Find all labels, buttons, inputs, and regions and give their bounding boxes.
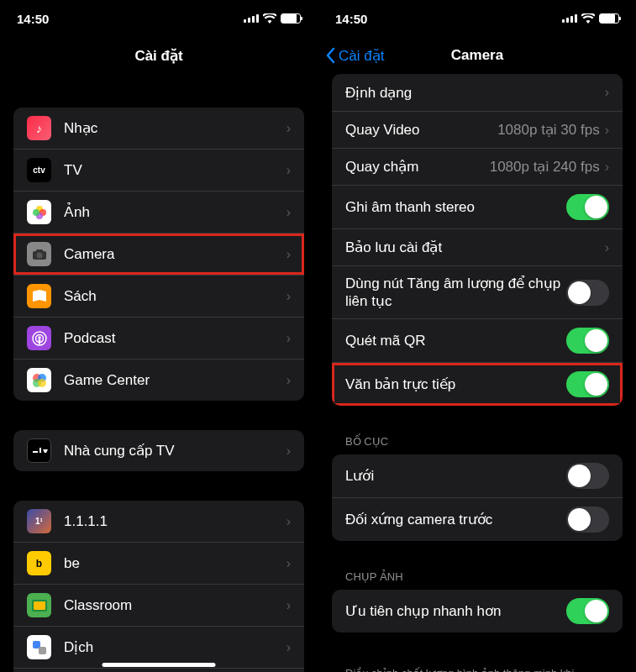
phone-right: 14:50 Cài đặt Camera Định dạng›Quay Vide… [318, 0, 636, 672]
row-label: Classroom [64, 597, 286, 614]
row-label: Nhạc [64, 119, 286, 137]
svg-point-5 [36, 252, 42, 258]
row-label: Ưu tiên chụp nhanh hơn [345, 602, 566, 620]
svg-point-13 [38, 379, 46, 387]
row-label: Định dạng [345, 84, 605, 102]
row-label: Nhà cung cấp TV [64, 442, 286, 459]
row-label: Camera [64, 246, 286, 263]
tv-provider-icon [27, 438, 51, 463]
settings-row-tv[interactable]: ctvTV› [13, 149, 304, 191]
row-label: Dịch [64, 638, 286, 656]
row-label: Quét mã QR [345, 333, 566, 349]
row-label: Game Center [64, 372, 286, 389]
settings-row-music[interactable]: ♪Nhạc› [13, 108, 304, 149]
be-icon: b [27, 551, 51, 575]
settings-row[interactable]: Ưu tiên chụp nhanh hơn [332, 590, 623, 633]
chevron-right-icon: › [286, 163, 291, 178]
toggle-switch[interactable] [566, 598, 609, 624]
settings-section: Nhà cung cấp TV› [13, 430, 304, 471]
nav-header: Cài đặt Camera [318, 37, 636, 74]
wifi-icon [263, 13, 276, 24]
toggle-switch[interactable] [566, 507, 609, 533]
status-bar: 14:50 [0, 0, 318, 37]
settings-row[interactable]: Quét mã QR [332, 318, 623, 362]
settings-row-1111[interactable]: 1¹1.1.1.1› [13, 501, 304, 542]
home-indicator[interactable] [102, 663, 216, 667]
row-detail: 1080p tại 30 fps [497, 121, 600, 139]
svg-rect-6 [36, 249, 43, 252]
toggle-switch[interactable] [566, 280, 609, 306]
settings-row-gamecenter[interactable]: Game Center› [13, 359, 304, 401]
row-label: Podcast [64, 330, 286, 347]
classroom-icon [27, 593, 51, 617]
chevron-right-icon: › [286, 121, 291, 136]
chevron-right-icon: › [605, 160, 609, 175]
chevron-right-icon: › [605, 85, 609, 100]
page-title: Camera [451, 47, 503, 64]
status-bar: 14:50 [318, 0, 636, 37]
row-label: Ghi âm thanh stereo [345, 199, 566, 216]
settings-row-drive[interactable]: Drive› [13, 668, 304, 672]
settings-row-translate[interactable]: Dịch› [13, 626, 304, 668]
row-label: Bảo lưu cài đặt [345, 239, 605, 256]
section-header: CHỤP ẢNH [332, 570, 623, 590]
nav-header: Cài đặt [0, 37, 318, 74]
row-label: Đối xứng camera trước [345, 511, 566, 528]
page-title: Cài đặt [134, 47, 182, 65]
toggle-switch[interactable] [566, 463, 609, 489]
chevron-right-icon: › [286, 444, 291, 459]
settings-content[interactable]: ♪Nhạc›ctvTV›Ảnh›Camera›Sách›Podcast›Game… [0, 74, 318, 672]
chevron-right-icon: › [286, 598, 291, 613]
settings-row-photos[interactable]: Ảnh› [13, 191, 304, 233]
settings-section: ♪Nhạc›ctvTV›Ảnh›Camera›Sách›Podcast›Game… [13, 108, 304, 401]
status-icons [244, 13, 301, 24]
settings-row-books[interactable]: Sách› [13, 275, 304, 317]
svg-point-3 [33, 209, 39, 216]
chevron-right-icon: › [286, 514, 291, 529]
settings-row[interactable]: Bảo lưu cài đặt› [332, 228, 623, 265]
settings-section: Định dạng›Quay Video1080p tại 30 fps›Qua… [332, 74, 623, 406]
settings-row[interactable]: Lưới [332, 454, 623, 497]
chevron-right-icon: › [286, 247, 291, 262]
settings-row-provider[interactable]: Nhà cung cấp TV› [13, 430, 304, 471]
svg-point-9 [38, 336, 41, 339]
chevron-right-icon: › [286, 373, 291, 388]
tv-icon: ctv [27, 158, 51, 182]
settings-row-classroom[interactable]: Classroom› [13, 584, 304, 626]
row-label: Quay chậm [345, 158, 490, 176]
battery-icon [281, 13, 301, 24]
settings-row-camera[interactable]: Camera› [13, 233, 304, 275]
toggle-switch[interactable] [566, 194, 609, 220]
books-icon [27, 284, 51, 308]
settings-row[interactable]: Dùng nút Tăng âm lượng để chụp liên tục [332, 265, 623, 318]
phone-left: 14:50 Cài đặt ♪Nhạc›ctvTV›Ảnh›Camera›Sác… [0, 0, 318, 672]
back-button[interactable]: Cài đặt [325, 47, 384, 65]
settings-row-podcast[interactable]: Podcast› [13, 317, 304, 359]
settings-row[interactable]: Ghi âm thanh stereo [332, 185, 623, 228]
toggle-switch[interactable] [566, 371, 609, 397]
row-label: Dùng nút Tăng âm lượng để chụp liên tục [345, 275, 566, 310]
settings-row[interactable]: Quay chậm1080p tại 240 fps› [332, 148, 623, 185]
settings-row[interactable]: Đối xứng camera trước [332, 497, 623, 541]
status-icons [562, 13, 619, 24]
status-time: 14:50 [335, 12, 367, 26]
row-label: Văn bản trực tiếp [345, 375, 566, 393]
toggle-switch[interactable] [566, 328, 609, 354]
settings-row[interactable]: Quay Video1080p tại 30 fps› [332, 111, 623, 148]
settings-row[interactable]: Văn bản trực tiếp [332, 362, 623, 406]
settings-row-be[interactable]: bbe› [13, 542, 304, 584]
section-header: BỐ CỤC [332, 435, 623, 454]
podcast-icon [27, 326, 51, 350]
wifi-icon [581, 13, 595, 24]
chevron-right-icon: › [605, 240, 609, 255]
camera-settings-content[interactable]: Định dạng›Quay Video1080p tại 30 fps›Qua… [318, 74, 636, 672]
chevron-right-icon: › [286, 205, 291, 220]
settings-row[interactable]: Định dạng› [332, 74, 623, 111]
chevron-right-icon: › [605, 123, 609, 138]
1111-icon: 1¹ [27, 509, 51, 533]
section-footer: Điều chỉnh chất lượng hình ảnh thông min… [332, 662, 623, 672]
photos-icon [27, 200, 51, 224]
row-detail: 1080p tại 240 fps [490, 158, 600, 176]
chevron-right-icon: › [286, 556, 291, 571]
row-label: Sách [64, 288, 286, 305]
